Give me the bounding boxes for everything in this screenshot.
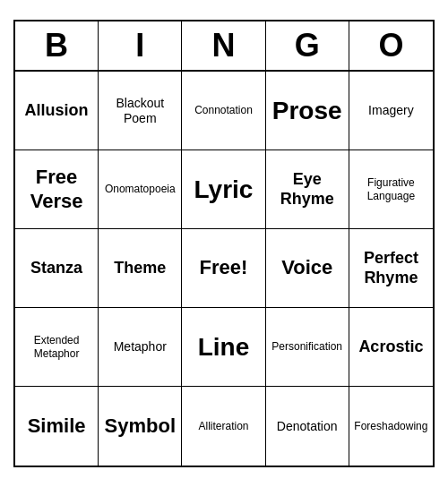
bingo-cell-17[interactable]: Line — [182, 308, 265, 387]
bingo-cell-6[interactable]: Onomatopoeia — [99, 150, 182, 229]
bingo-cell-16[interactable]: Metaphor — [99, 308, 182, 387]
bingo-cell-14[interactable]: Perfect Rhyme — [349, 229, 433, 308]
bingo-cell-20[interactable]: Simile — [15, 387, 99, 466]
bingo-cell-22[interactable]: Alliteration — [182, 387, 265, 466]
bingo-cell-13[interactable]: Voice — [266, 229, 349, 308]
bingo-cell-15[interactable]: Extended Metaphor — [15, 308, 99, 387]
bingo-cell-2[interactable]: Connotation — [182, 72, 265, 150]
bingo-cell-8[interactable]: Eye Rhyme — [266, 150, 349, 229]
bingo-cell-23[interactable]: Denotation — [266, 387, 349, 466]
bingo-cell-10[interactable]: Stanza — [15, 229, 99, 308]
header-i: I — [99, 21, 182, 70]
bingo-cell-7[interactable]: Lyric — [182, 150, 265, 229]
bingo-cell-3[interactable]: Prose — [266, 72, 349, 150]
header-o: O — [349, 21, 433, 70]
header-n: N — [182, 21, 265, 70]
bingo-header: B I N G O — [15, 21, 433, 72]
bingo-cell-21[interactable]: Symbol — [99, 387, 182, 466]
bingo-card: B I N G O AllusionBlackout PoemConnotati… — [13, 20, 435, 467]
bingo-cell-12[interactable]: Free! — [182, 229, 265, 308]
bingo-cell-4[interactable]: Imagery — [349, 72, 433, 150]
bingo-cell-11[interactable]: Theme — [99, 229, 182, 308]
bingo-cell-1[interactable]: Blackout Poem — [99, 72, 182, 150]
bingo-cell-24[interactable]: Foreshadowing — [349, 387, 433, 466]
bingo-cell-19[interactable]: Acrostic — [349, 308, 433, 387]
bingo-grid: AllusionBlackout PoemConnotationProseIma… — [15, 72, 433, 466]
header-g: G — [266, 21, 349, 70]
bingo-cell-9[interactable]: Figurative Language — [349, 150, 433, 229]
bingo-cell-0[interactable]: Allusion — [15, 72, 99, 150]
bingo-cell-18[interactable]: Personification — [266, 308, 349, 387]
bingo-cell-5[interactable]: Free Verse — [15, 150, 99, 229]
header-b: B — [15, 21, 99, 70]
